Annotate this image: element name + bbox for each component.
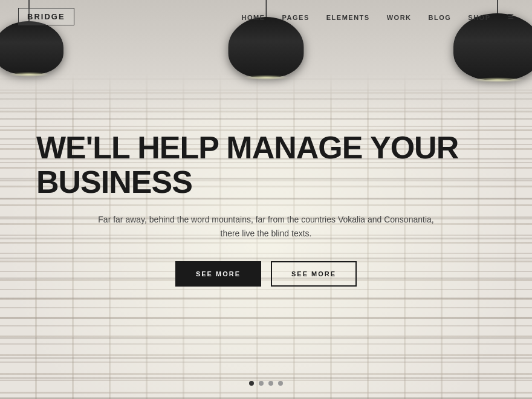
nav-link-blog[interactable]: BLOG <box>429 14 452 21</box>
hero-content: WE'LL HELP MANAGE YOUR BUSINESS Far far … <box>0 18 532 399</box>
hamburger-icon[interactable]: ≡ <box>507 10 514 22</box>
see-more-button-filled[interactable]: SEE MORE <box>175 261 261 287</box>
nav-item-shop[interactable]: SHOP <box>468 11 490 22</box>
hero-subtitle: Far far away, behind the word mountains,… <box>97 213 435 240</box>
navbar: BRIDGE HOME PAGES ELEMENTS WORK BLOG SHO… <box>0 0 532 33</box>
nav-hamburger[interactable]: ≡ <box>507 10 514 23</box>
logo[interactable]: BRIDGE <box>18 8 74 25</box>
hero-title: WE'LL HELP MANAGE YOUR BUSINESS <box>36 131 496 199</box>
dot-2[interactable] <box>259 381 264 386</box>
nav-item-blog[interactable]: BLOG <box>429 11 452 22</box>
nav-item-pages[interactable]: PAGES <box>282 11 310 22</box>
nav-link-shop[interactable]: SHOP <box>468 14 490 21</box>
dot-3[interactable] <box>268 381 273 386</box>
dot-4[interactable] <box>278 381 283 386</box>
dot-1[interactable] <box>249 381 254 386</box>
nav-links: HOME PAGES ELEMENTS WORK BLOG SHOP ≡ <box>242 10 514 23</box>
nav-link-pages[interactable]: PAGES <box>282 14 310 21</box>
slide-dots <box>249 381 283 386</box>
nav-link-home[interactable]: HOME <box>242 14 265 21</box>
nav-item-work[interactable]: WORK <box>387 11 412 22</box>
nav-link-elements[interactable]: ELEMENTS <box>326 14 370 21</box>
hero-buttons: SEE MORE SEE MORE <box>175 261 357 287</box>
nav-item-elements[interactable]: ELEMENTS <box>326 11 370 22</box>
nav-link-work[interactable]: WORK <box>387 14 412 21</box>
see-more-button-outline[interactable]: SEE MORE <box>271 261 357 287</box>
nav-item-home[interactable]: HOME <box>242 11 265 22</box>
